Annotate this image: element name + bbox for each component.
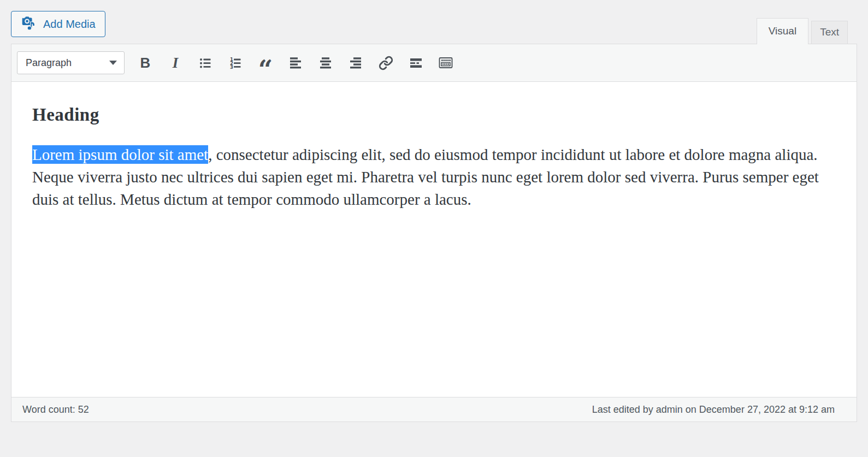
bold-icon: B (140, 56, 151, 70)
insert-link-icon (379, 56, 393, 70)
chevron-down-icon (109, 61, 117, 65)
bold-button[interactable]: B (134, 52, 156, 74)
italic-button[interactable]: I (164, 52, 186, 74)
read-more-icon (409, 56, 423, 70)
format-select-value: Paragraph (26, 57, 72, 69)
add-media-label: Add Media (43, 18, 96, 31)
media-icon (21, 15, 37, 34)
numbered-list-button[interactable]: 1 2 3 (225, 52, 246, 74)
editor-content-area[interactable]: Heading Lorem ipsum dolor sit amet, cons… (11, 82, 857, 397)
editor-mode-tabs: Visual Text (757, 18, 848, 44)
align-left-icon (288, 56, 303, 70)
editor-wrap: Add Media Visual Text Paragraph B I (0, 0, 868, 422)
add-media-button[interactable]: Add Media (11, 11, 105, 37)
align-left-button[interactable] (285, 52, 306, 74)
bulleted-list-button[interactable] (194, 52, 216, 74)
toolbar-toggle-button[interactable] (435, 52, 457, 74)
blockquote-icon: “ (258, 68, 273, 71)
editor-container: Paragraph B I (11, 44, 857, 422)
editor-toolbar: Paragraph B I (11, 44, 857, 82)
align-center-button[interactable] (315, 52, 336, 74)
word-count: Word count: 52 (22, 404, 89, 416)
tab-text[interactable]: Text (811, 21, 848, 44)
italic-icon: I (173, 56, 179, 70)
insert-link-button[interactable] (375, 52, 397, 74)
paragraph-format-select[interactable]: Paragraph (17, 51, 125, 74)
read-more-button[interactable] (405, 52, 427, 74)
content-heading: Heading (32, 105, 840, 125)
numbered-list-icon: 1 2 3 (228, 56, 243, 70)
align-right-button[interactable] (345, 52, 367, 74)
toolbar-toggle-icon (438, 55, 453, 70)
blockquote-button[interactable]: “ (255, 52, 276, 74)
content-paragraph: Lorem ipsum dolor sit amet, consectetur … (32, 144, 840, 211)
tab-text-label: Text (820, 26, 839, 38)
editor-tools: Add Media Visual Text (11, 11, 857, 44)
align-center-icon (318, 56, 333, 70)
last-edited: Last edited by admin on December 27, 202… (592, 404, 835, 416)
bulleted-list-icon (198, 56, 213, 70)
tab-visual[interactable]: Visual (757, 18, 808, 44)
svg-text:3: 3 (230, 64, 233, 70)
selected-text: Lorem ipsum dolor sit amet (32, 145, 208, 164)
editor-statusbar: Word count: 52 Last edited by admin on D… (11, 397, 857, 422)
tab-visual-label: Visual (769, 25, 796, 37)
align-right-icon (349, 56, 363, 70)
